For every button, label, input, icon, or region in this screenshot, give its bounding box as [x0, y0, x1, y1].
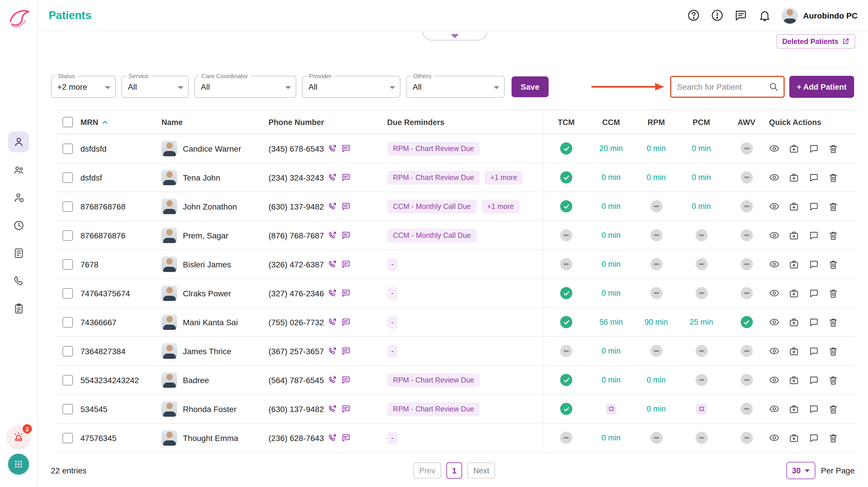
notifications-icon[interactable]	[758, 8, 772, 22]
sms-icon[interactable]	[341, 375, 351, 385]
chat-icon[interactable]	[808, 143, 819, 154]
sms-icon[interactable]	[341, 259, 351, 269]
view-patient-icon[interactable]	[769, 317, 779, 327]
row-checkbox[interactable]	[62, 433, 73, 443]
delete-icon[interactable]	[828, 201, 838, 212]
delete-icon[interactable]	[828, 317, 838, 327]
report-issue-icon[interactable]	[711, 8, 724, 22]
sms-icon[interactable]	[341, 317, 351, 327]
delete-icon[interactable]	[828, 288, 838, 298]
delete-icon[interactable]	[828, 172, 838, 183]
view-patient-icon[interactable]	[769, 201, 779, 212]
delete-icon[interactable]	[828, 346, 838, 356]
account-menu[interactable]: Aurobindo PC	[782, 7, 858, 24]
delete-icon[interactable]	[828, 404, 838, 414]
sms-icon[interactable]	[341, 346, 351, 356]
sms-icon[interactable]	[341, 230, 351, 240]
column-header-mrn[interactable]: MRN	[81, 111, 161, 134]
patient-name[interactable]: John Zonathon	[183, 202, 237, 211]
view-patient-icon[interactable]	[769, 259, 779, 269]
call-icon[interactable]	[328, 144, 337, 153]
view-patient-icon[interactable]	[769, 143, 779, 154]
sidebar-item-patient-groups[interactable]	[8, 159, 29, 180]
call-icon[interactable]	[328, 375, 337, 385]
row-checkbox[interactable]	[62, 346, 73, 356]
patient-name[interactable]: Prem, Sagar	[183, 231, 228, 240]
view-patient-icon[interactable]	[769, 404, 779, 414]
patient-name[interactable]: Tena John	[183, 173, 220, 182]
provider-filter[interactable]: Provider All	[302, 76, 400, 98]
call-icon[interactable]	[328, 317, 337, 327]
chat-icon[interactable]	[808, 288, 819, 298]
call-icon[interactable]	[328, 346, 337, 356]
sms-icon[interactable]	[341, 288, 351, 298]
deleted-patients-button[interactable]: Deleted Patients	[776, 34, 855, 49]
chat-icon[interactable]	[808, 230, 819, 240]
sidebar-item-reports[interactable]	[8, 298, 29, 319]
care-plan-icon[interactable]	[789, 404, 799, 414]
reminder-more-chip[interactable]: +1 more	[485, 171, 523, 184]
row-checkbox[interactable]	[62, 259, 73, 269]
call-icon[interactable]	[328, 230, 337, 240]
call-icon[interactable]	[328, 259, 337, 269]
save-filters-button[interactable]: Save	[512, 77, 549, 97]
care-coordinator-filter[interactable]: Care Coordinator All	[194, 76, 296, 98]
sidebar-item-time-tracking[interactable]	[8, 215, 29, 236]
row-checkbox[interactable]	[62, 201, 73, 212]
view-patient-icon[interactable]	[769, 172, 779, 183]
delete-icon[interactable]	[828, 143, 838, 154]
chat-icon[interactable]	[808, 375, 819, 385]
row-checkbox[interactable]	[62, 143, 73, 154]
row-checkbox[interactable]	[62, 288, 73, 298]
sidebar-item-calls[interactable]	[8, 270, 29, 291]
call-icon[interactable]	[328, 404, 337, 414]
care-plan-icon[interactable]	[789, 433, 799, 443]
sms-icon[interactable]	[341, 144, 351, 153]
care-plan-icon[interactable]	[789, 375, 799, 385]
chat-icon[interactable]	[808, 404, 819, 414]
prev-page-button[interactable]: Prev	[413, 462, 441, 479]
alerts-icon[interactable]: 2	[7, 426, 30, 448]
sms-icon[interactable]	[341, 173, 351, 182]
current-page-button[interactable]: 1	[446, 462, 462, 479]
view-patient-icon[interactable]	[769, 375, 779, 385]
view-patient-icon[interactable]	[769, 288, 779, 298]
delete-icon[interactable]	[828, 433, 838, 443]
patient-name[interactable]: Thought Emma	[183, 433, 238, 443]
view-patient-icon[interactable]	[769, 433, 779, 443]
patient-name[interactable]: Clraks Power	[183, 288, 231, 298]
care-plan-icon[interactable]	[789, 346, 799, 356]
patient-search-input[interactable]	[677, 82, 769, 91]
care-plan-icon[interactable]	[789, 230, 799, 240]
others-filter[interactable]: Others All	[406, 76, 505, 98]
sms-icon[interactable]	[341, 404, 351, 414]
column-header-name[interactable]: Name	[161, 111, 269, 134]
call-icon[interactable]	[328, 173, 337, 182]
next-page-button[interactable]: Next	[468, 462, 495, 479]
care-plan-icon[interactable]	[789, 143, 799, 154]
dialer-icon[interactable]	[8, 454, 29, 475]
search-icon[interactable]	[769, 82, 779, 92]
row-checkbox[interactable]	[62, 317, 73, 327]
chat-icon[interactable]	[808, 172, 819, 183]
row-checkbox[interactable]	[62, 404, 73, 414]
sidebar-item-providers[interactable]	[8, 187, 29, 208]
chat-icon[interactable]	[808, 317, 819, 327]
add-patient-button[interactable]: + Add Patient	[789, 76, 854, 98]
row-checkbox[interactable]	[62, 375, 73, 385]
sms-icon[interactable]	[341, 433, 351, 443]
patient-name[interactable]: Bisleri James	[183, 260, 231, 269]
call-icon[interactable]	[328, 433, 337, 443]
patient-name[interactable]: James Thrice	[183, 346, 231, 356]
delete-icon[interactable]	[828, 230, 838, 240]
chat-icon[interactable]	[808, 433, 819, 443]
header-expander-toggle[interactable]	[423, 31, 487, 40]
patient-name[interactable]: Rhonda Foster	[183, 404, 237, 414]
select-all-checkbox[interactable]	[62, 117, 73, 127]
sidebar-item-patients[interactable]	[8, 131, 29, 152]
sidebar-item-assessments[interactable]	[8, 242, 29, 263]
care-plan-icon[interactable]	[789, 201, 799, 212]
delete-icon[interactable]	[828, 375, 838, 385]
view-patient-icon[interactable]	[769, 230, 779, 240]
chat-icon[interactable]	[808, 201, 819, 212]
